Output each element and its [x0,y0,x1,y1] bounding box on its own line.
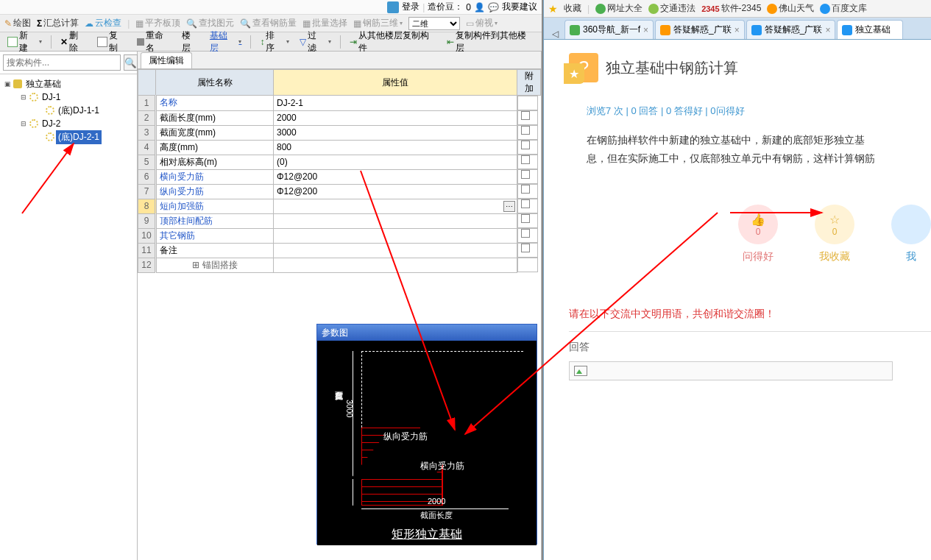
delete-button[interactable]: ✕删除 [57,34,90,50]
prop-row[interactable]: 1名称DJ-2-1 [138,96,541,111]
prop-row[interactable]: 10其它钢筋 [138,228,541,243]
flatten-board-button[interactable]: ▦平齐板顶 [135,17,180,29]
prop-name[interactable]: 名称 [160,97,177,107]
tree-item-dj1-1[interactable]: (底)DJ-1-1 [0,104,137,117]
prop-row[interactable]: 3截面宽度(mm)3000 [138,125,541,140]
view-rebar-button[interactable]: 🔍查看钢筋量 [240,17,297,29]
prop-append[interactable] [517,258,538,272]
prop-value[interactable] [274,258,517,272]
tree-item-dj2-1[interactable]: (底)DJ-2-1 [0,130,137,143]
copy-from-floor-button[interactable]: ⇥从其他楼层复制构件 [347,34,440,50]
suggest-icon[interactable]: 💬 [488,2,499,13]
suggest-link[interactable]: 我要建议 [502,1,537,13]
checkbox-icon[interactable] [521,214,530,223]
prop-value[interactable]: DJ-2-1 [274,96,517,111]
checkbox-icon[interactable] [521,170,530,179]
new-button[interactable]: 新建 [4,34,45,50]
prop-value[interactable]: 2000 [274,110,517,125]
baidu-link[interactable]: 百度文库 [820,2,867,15]
soft2345-link[interactable]: 2345软件-2345 [701,2,761,15]
prop-append[interactable] [517,110,538,125]
tabs-scroll-left[interactable]: ◁ [547,29,563,39]
prop-append[interactable] [517,155,538,169]
prop-name[interactable]: 短向加强筋 [160,201,204,211]
checkbox-icon[interactable] [521,155,530,164]
side-favorite-tab[interactable]: ★ [564,63,584,84]
browser-tab[interactable]: 360导航_新一f× [564,20,654,39]
checkbox-icon[interactable] [521,199,530,208]
prop-append[interactable] [517,140,538,155]
prop-row[interactable]: 2截面长度(mm)2000 [138,110,541,125]
traffic-link[interactable]: 交通违法 [648,2,695,15]
search-button[interactable]: 🔍 [124,54,138,71]
search-input[interactable] [3,54,121,71]
close-icon[interactable]: × [643,25,648,35]
prop-row[interactable]: 6横向受力筋Φ12@200 [138,169,541,184]
prop-row[interactable]: 4高度(mm)800 [138,140,541,155]
prop-value[interactable] [274,243,517,258]
prop-value[interactable]: Φ12@200 [274,169,517,184]
property-tab[interactable]: 属性编辑 [141,52,192,68]
checkbox-icon[interactable] [521,111,530,120]
find-figure-button[interactable]: 🔍查找图元 [186,17,234,29]
cloud-check-button[interactable]: ☁云检查 [85,17,121,29]
insert-image-button[interactable] [574,366,587,376]
fav-icon[interactable]: ★ [548,3,558,15]
prop-append[interactable] [517,228,538,243]
site-list-link[interactable]: 网址大全 [595,2,643,15]
favorites-link[interactable]: 收藏 [564,2,581,15]
prop-append[interactable] [517,184,538,199]
prop-append[interactable] [517,243,538,258]
browser-tab[interactable]: 答疑解惑_广联× [746,20,836,39]
browser-tab[interactable]: 答疑解惑_广联× [655,20,745,39]
value-picker-button[interactable]: ⋯ [503,201,515,212]
prop-row[interactable]: 9顶部柱间配筋 [138,213,541,228]
prop-value[interactable]: ⋯ [274,199,517,213]
prop-value[interactable]: Φ12@200 [274,184,517,199]
prop-name[interactable]: 横向受力筋 [160,171,204,182]
rate-favorite[interactable]: ☆0 我收藏 [815,205,854,263]
prop-row[interactable]: 12⊞ 锚固搭接 [138,258,541,272]
filter-button[interactable]: ▽过滤 [297,34,334,50]
prop-name[interactable]: 顶部柱间配筋 [160,216,213,226]
checkbox-icon[interactable] [521,244,530,252]
prop-row[interactable]: 7纵向受力筋Φ12@200 [138,184,541,199]
prop-append[interactable] [517,125,538,140]
tree-item-dj2[interactable]: ⊟DJ-2 [0,117,137,130]
view-mode-button[interactable]: ▭俯视▾ [466,17,498,29]
prop-append[interactable] [517,169,538,184]
close-icon[interactable]: × [825,25,830,35]
login-link[interactable]: 登录 [402,1,420,13]
rate-me[interactable]: 我 [891,205,931,263]
prop-value[interactable] [274,228,517,243]
copy-button[interactable]: 复制 [94,34,130,50]
rate-ask-good[interactable]: 👍0 问得好 [738,205,778,263]
rename-button[interactable]: 重命名 [134,34,174,50]
close-icon[interactable]: × [734,25,740,35]
batch-select-button[interactable]: ▦批量选择 [302,17,347,29]
rebar-3d-button[interactable]: ▦钢筋三维▾ [353,17,403,29]
sum-button[interactable]: Σ汇总计算 [37,17,79,29]
prop-value[interactable]: 3000 [274,125,517,140]
weather-link[interactable]: 佛山天气 [767,2,814,15]
prop-value[interactable]: (0) [274,155,517,169]
tree-root[interactable]: ▣独立基础 [0,77,137,91]
checkbox-icon[interactable] [521,126,530,135]
prop-row[interactable]: 8短向加强筋⋯ [138,199,541,213]
checkbox-icon[interactable] [521,229,530,238]
prop-append[interactable] [517,199,538,213]
prop-name[interactable]: 纵向受力筋 [160,186,204,196]
login-icon[interactable] [387,1,399,13]
prop-value[interactable]: 800 [274,140,517,155]
base-layer-select[interactable]: 基础层 [207,34,245,50]
expand-icon[interactable]: ⊞ [192,260,199,270]
prop-value[interactable] [274,213,517,228]
tree-item-dj1[interactable]: ⊟DJ-1 [0,91,137,104]
dimension-select[interactable]: 二维 [408,17,460,30]
copy-to-floor-button[interactable]: ⇤复制构件到其他楼层 [444,34,537,50]
prop-append[interactable] [517,213,538,228]
sort-button[interactable]: ↕排序 [257,34,292,50]
checkbox-icon[interactable] [521,141,530,149]
draw-button[interactable]: ✎绘图 [4,17,31,29]
prop-name[interactable]: 其它钢筋 [160,230,195,241]
